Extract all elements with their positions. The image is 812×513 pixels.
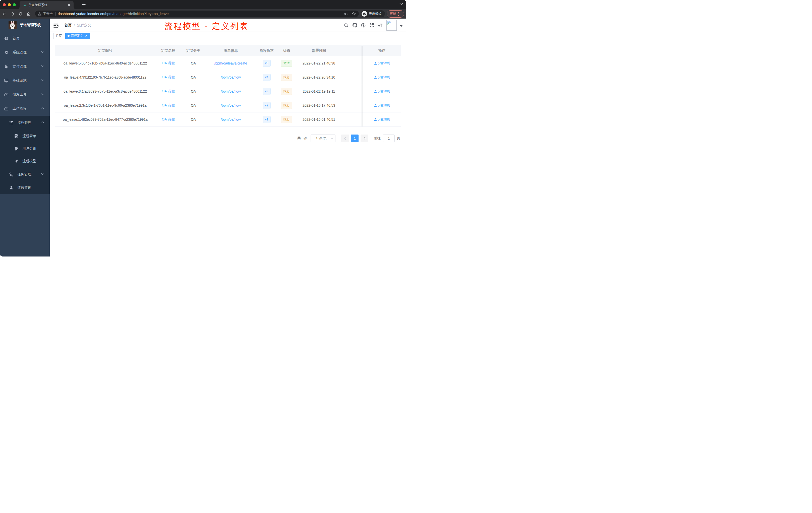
url-text[interactable]: dashboard.yudao.iocoder.cn/bpm/manager/d… [58,12,344,16]
pagination-total: 共 5 条 [297,136,308,141]
reload-icon[interactable] [19,12,23,16]
sidebar-item-label: 首页 [12,36,20,41]
not-secure-warning-icon[interactable] [38,12,41,16]
cell-form-link[interactable]: /bpm/oa/flow [206,113,256,126]
incognito-badge[interactable]: 无痕模式 [361,10,385,17]
monitor-icon [4,79,8,83]
cell-spacer [343,56,363,70]
cell-form-link[interactable]: /bpm/oa/flow [206,70,256,84]
security-label[interactable]: 不安全 [43,11,53,16]
caret-down-icon[interactable] [400,25,403,27]
breadcrumb-current: 流程定义 [77,23,91,28]
status-badge: 挂起 [281,116,292,123]
bookmark-star-icon[interactable] [352,12,356,16]
cell-form-link[interactable]: /bpm/oa/flow [206,98,256,112]
sidebar-menu-item[interactable]: 请假查询 [0,181,50,194]
close-window-button[interactable] [3,3,6,6]
version-badge: v4 [263,74,271,81]
new-tab-button[interactable] [82,3,86,6]
sidebar-menu-item[interactable]: 首页 [0,31,50,46]
next-page-button[interactable] [360,134,368,142]
cell-definition-name[interactable]: OA 请假 [156,56,181,70]
toolbox-icon [4,93,8,97]
font-size-button[interactable] [376,19,385,32]
table-row[interactable]: oa_leave:4:991f2193-7b7f-11ec-a3c8-acde4… [55,70,401,84]
yuan-icon [4,64,8,68]
tab-search-chevron-icon[interactable] [400,3,403,5]
breadcrumb-separator: / [74,23,75,27]
browser-tab[interactable]: 芋道管理系统 [20,1,74,9]
assign-rule-label: 分配规则 [378,75,390,79]
password-key-icon[interactable] [344,12,348,16]
back-icon[interactable] [2,12,6,16]
table-row[interactable]: oa_leave:5:004b710b-7b8a-11ec-8ef0-acde4… [55,56,401,70]
sidebar-menu-item[interactable]: 系统管理 [0,46,50,59]
github-button[interactable] [350,19,359,32]
incognito-label: 无痕模式 [369,12,381,16]
help-button[interactable] [359,19,368,32]
chrome-update-button[interactable]: 更新 [387,10,404,18]
cell-definition-name[interactable]: OA 请假 [156,84,181,98]
assign-rule-button[interactable]: 分配规则 [374,103,390,108]
person-icon [374,104,377,107]
cell-definition-id: oa_leave:2:3c1f0ef1-76b1-11ec-9c66-a2380… [55,98,156,112]
cell-definition-category: OA [181,70,206,84]
search-button[interactable] [342,19,350,32]
sidebar-menu-item[interactable]: 支付管理 [0,59,50,73]
table-row[interactable]: oa_leave:1:482ec033-762a-11ec-8477-a2380… [55,113,401,126]
cell-spacer [343,113,363,126]
sidebar-menu-item[interactable]: 基础设施 [0,73,50,88]
zoom-window-button[interactable] [13,3,16,6]
sidebar-menu-item[interactable]: 工作流程 [0,102,50,116]
assign-rule-button[interactable]: 分配规则 [374,75,390,79]
fullscreen-icon [370,23,374,28]
cell-definition-name[interactable]: OA 请假 [156,113,181,126]
url-bar[interactable]: 不安全 dashboard.yudao.iocoder.cn/bpm/manag… [35,10,359,17]
sidebar-item-label: 研发工具 [12,92,27,97]
sidebar-menu-item[interactable]: 流程管理 [0,116,50,130]
table-header-cell: 流程版本 [256,45,278,56]
sidebar-menu-item[interactable]: 流程模型 [0,155,50,168]
cell-deploy-time: 2022-01-16 17:46:53 [295,98,343,112]
sidebar-menu-item[interactable]: 任务管理 [0,168,50,181]
cell-definition-id: oa_leave:4:991f2193-7b7f-11ec-a3c8-acde4… [55,70,156,84]
page-size-select[interactable]: 10条/页 [311,134,336,142]
cell-spacer [343,84,363,98]
briefcase-icon [4,107,8,111]
goto-label: 前往 [374,136,381,141]
pagination: 共 5 条 10条/页 1 前往 页 [50,134,401,142]
cell-form-link[interactable]: /bpm/oa/flow [206,84,256,98]
sidebar-logo[interactable]: 芋道管理系统 [0,19,50,31]
prev-page-button[interactable] [341,134,349,142]
home-icon[interactable] [27,12,31,16]
cell-deploy-time: 2022-01-22 21:48:38 [295,56,343,70]
sidebar-menu-item[interactable]: 研发工具 [0,88,50,102]
cell-definition-name[interactable]: OA 请假 [156,70,181,84]
assign-rule-button[interactable]: 分配规则 [374,61,390,65]
tab-favicon-icon [23,3,27,7]
tag[interactable]: 首页 [54,33,64,39]
sidebar-menu: 首页 系统管理 支付管理 [0,31,50,194]
tag[interactable]: 流程定义 [65,33,90,39]
tag-close-icon[interactable] [84,34,88,38]
table-row[interactable]: oa_leave:3:1fad3d93-7b75-11ec-a3c8-acde4… [55,84,401,98]
table-row[interactable]: oa_leave:2:3c1f0ef1-76b1-11ec-9c66-a2380… [55,98,401,113]
sidebar-menu-item[interactable]: 流程表单 [0,130,50,142]
cell-form-link[interactable]: /bpm/oa/leave/create [206,56,256,70]
minimize-window-button[interactable] [8,3,11,6]
sidebar-menu-item[interactable]: 用户分组 [0,142,50,155]
assign-rule-button[interactable]: 分配规则 [374,89,390,93]
goto-page-input[interactable] [383,134,395,142]
breadcrumb-home[interactable]: 首页 [64,23,71,28]
assign-rule-button[interactable]: 分配规则 [374,117,390,121]
cell-definition-name[interactable]: OA 请假 [156,98,181,112]
user-avatar[interactable] [386,20,397,31]
hamburger-icon[interactable] [54,23,58,28]
status-badge: 激活 [281,60,292,67]
page-number-1[interactable]: 1 [351,134,358,142]
fullscreen-button[interactable] [368,19,376,32]
kebab-menu-icon[interactable] [398,12,399,16]
forward-icon[interactable] [10,12,14,16]
tab-close-icon[interactable] [67,3,71,7]
navbar-actions [342,19,406,32]
